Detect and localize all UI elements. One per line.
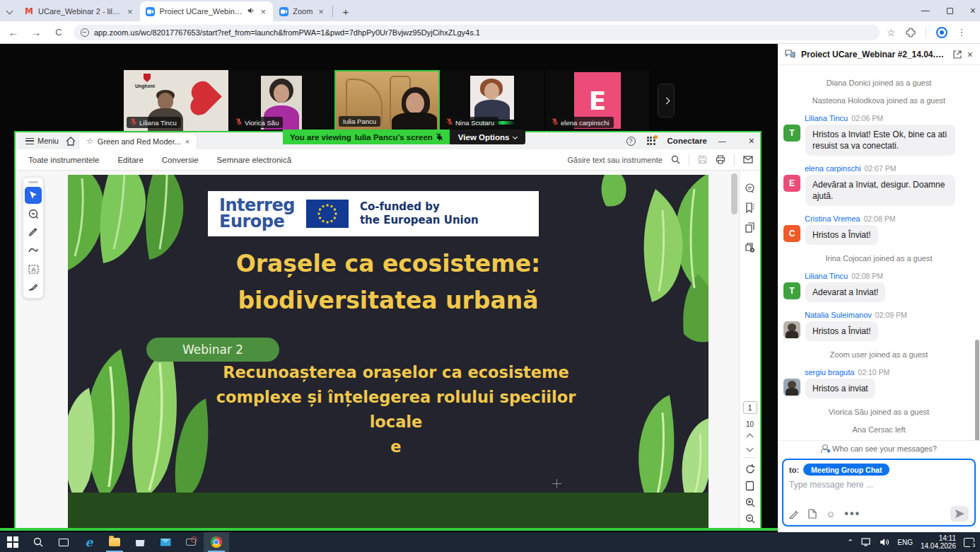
chat-close-icon[interactable]: × — [967, 49, 973, 60]
reload-button[interactable]: C — [49, 23, 68, 42]
browser-close-button[interactable]: × — [970, 5, 976, 16]
page-number-input[interactable]: 1 — [743, 401, 757, 414]
print-icon[interactable] — [716, 155, 725, 164]
search-label[interactable]: Găsire text sau instrumente — [567, 156, 663, 164]
browser-maximize-button[interactable] — [947, 8, 953, 14]
task-view-button[interactable] — [51, 532, 76, 552]
format-icon[interactable] — [789, 510, 799, 519]
zoom-in-icon[interactable] — [745, 498, 755, 507]
send-button[interactable] — [950, 506, 969, 522]
forward-button[interactable]: → — [27, 23, 45, 42]
apps-grid-icon[interactable] — [647, 137, 656, 146]
browser-menu-icon[interactable]: ⋮ — [957, 27, 967, 38]
view-options-button[interactable]: View Options — [450, 130, 526, 144]
taskbar-search-button[interactable] — [25, 532, 51, 552]
start-button[interactable] — [0, 532, 25, 552]
save-icon[interactable] — [698, 155, 707, 164]
attachments-panel-icon[interactable] — [745, 242, 755, 253]
touchpad-app-button[interactable] — [178, 532, 204, 552]
pdf-scrollbar-thumb[interactable] — [731, 173, 737, 214]
message-input[interactable]: Type message here ... — [789, 480, 969, 490]
pdf-toolbar-item-0[interactable]: Toate instrumentele — [28, 156, 99, 164]
chat-message-list[interactable]: Diana Donici joined as a guestNasteona H… — [778, 65, 980, 440]
participant-tile-3[interactable]: Nina Scutaru — [440, 70, 545, 131]
tab-close-icon[interactable]: × — [317, 6, 325, 17]
tab-close-icon[interactable]: × — [126, 6, 134, 17]
more-options-icon[interactable]: ••• — [844, 507, 861, 520]
tools-drag-handle[interactable] — [28, 181, 38, 183]
tab-search-button[interactable] — [0, 0, 18, 21]
tab-close-icon[interactable]: × — [259, 6, 268, 17]
tab-audio-icon[interactable] — [247, 7, 255, 16]
browser-minimize-button[interactable]: — — [921, 6, 930, 16]
browser-tab-0[interactable]: MUCare_Webinar 2 - liliana.tincu× — [18, 1, 140, 21]
emoji-icon[interactable]: ☺ — [826, 509, 835, 519]
help-icon[interactable]: ? — [626, 137, 636, 146]
sender-name[interactable]: Liliana Tincu — [805, 272, 848, 280]
previous-page-button[interactable] — [747, 434, 754, 441]
address-bar[interactable]: app.zoom.us/wc/82017767653/start?ref_fro… — [74, 25, 880, 40]
pdf-toolbar-item-2[interactable]: Conversie — [162, 156, 199, 164]
action-center-icon[interactable]: 3 — [964, 538, 974, 547]
acrobat-minimize-button[interactable]: — — [718, 137, 726, 145]
popout-icon[interactable] — [953, 50, 962, 59]
who-can-see-row[interactable]: Who can see your messages? — [778, 440, 980, 456]
browser-tab-1[interactable]: Proiect UCare_Webinar #2_× — [140, 1, 274, 21]
new-tab-button[interactable]: + — [337, 3, 354, 20]
text-box-tool-button[interactable]: A — [25, 260, 42, 277]
next-page-button[interactable] — [747, 445, 754, 452]
pdf-toolbar-item-1[interactable]: Editare — [117, 156, 143, 164]
comments-panel-icon[interactable] — [745, 183, 755, 193]
back-button[interactable]: ← — [4, 23, 23, 42]
signin-button[interactable]: Conectare — [667, 137, 707, 145]
clock[interactable]: 14:11 14.04.2026 — [921, 534, 956, 550]
draw-tool-button[interactable] — [25, 242, 42, 259]
browser-tab-2[interactable]: Zoom× — [273, 1, 331, 21]
fit-page-icon[interactable] — [745, 481, 754, 491]
chrome-button[interactable] — [204, 532, 229, 552]
next-videos-button[interactable] — [658, 84, 675, 117]
site-settings-icon[interactable] — [81, 28, 89, 37]
pdf-toolbar-item-3[interactable]: Semnare electronică — [217, 156, 291, 164]
acrobat-close-button[interactable]: × — [749, 135, 754, 146]
sender-name[interactable]: Cristina Vremea — [805, 214, 860, 223]
participant-tile-0[interactable]: UngheniLiliana Tincu — [124, 70, 229, 131]
pages-panel-icon[interactable] — [745, 222, 755, 233]
home-icon[interactable] — [66, 137, 76, 146]
store-button[interactable] — [127, 532, 153, 552]
document-tab-close-icon[interactable]: × — [185, 137, 189, 146]
extensions-icon[interactable] — [906, 28, 916, 38]
mail-icon[interactable] — [743, 156, 753, 163]
scroll-up-arrow[interactable]: ⌃ — [731, 171, 737, 172]
participant-tile-1[interactable]: Viorica Său — [229, 70, 334, 131]
chat-compose-box[interactable]: to: Meeting Group Chat Type message here… — [782, 459, 976, 527]
sender-name[interactable]: elena carpinschi — [805, 164, 861, 173]
highlight-tool-button[interactable] — [25, 224, 42, 241]
chat-scrollbar-thumb[interactable] — [975, 340, 979, 440]
file-icon[interactable] — [808, 509, 817, 519]
network-icon[interactable] — [861, 538, 872, 546]
search-icon[interactable] — [671, 155, 680, 164]
bookmark-icon[interactable]: ☆ — [887, 27, 896, 38]
volume-icon[interactable] — [880, 538, 889, 546]
tray-expand-icon[interactable]: ⌃ — [847, 538, 853, 547]
mail-button[interactable] — [153, 532, 178, 552]
document-tab[interactable]: ☆ Green and Red Moder... × — [78, 132, 197, 149]
bookmarks-panel-icon[interactable] — [745, 202, 754, 213]
select-tool-button[interactable] — [25, 187, 42, 204]
participant-tile-4[interactable]: Eelena carpinschi — [545, 70, 651, 131]
sender-name[interactable]: Natalia Suleimanov — [805, 311, 872, 319]
sign-tool-button[interactable] — [25, 279, 42, 296]
zoom-out-icon[interactable] — [745, 514, 755, 524]
profile-avatar[interactable] — [936, 27, 947, 38]
language-indicator[interactable]: ENG — [897, 539, 913, 546]
edge-button[interactable]: e — [76, 532, 102, 552]
acrobat-menu-button[interactable]: Meniu — [21, 135, 63, 146]
sender-name[interactable]: sergiu braguta — [805, 368, 854, 376]
star-icon[interactable]: ☆ — [86, 137, 93, 146]
participant-tile-2[interactable]: Iulia Pancu — [334, 70, 440, 131]
rotate-page-icon[interactable] — [745, 464, 755, 474]
sender-name[interactable]: Liliana Tincu — [805, 114, 848, 122]
file-explorer-button[interactable] — [102, 532, 127, 552]
recipient-pill[interactable]: Meeting Group Chat — [803, 464, 889, 476]
